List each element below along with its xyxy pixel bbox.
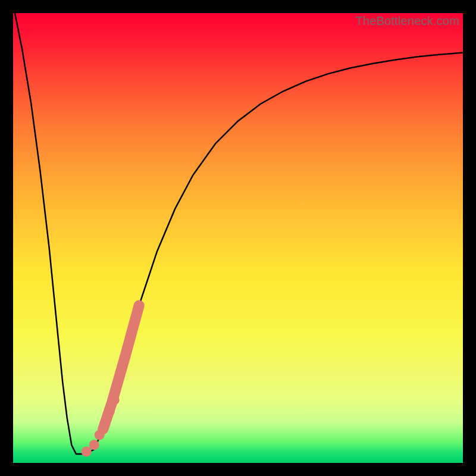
highlight-dot xyxy=(109,395,120,405)
highlight-dot xyxy=(89,440,99,450)
highlight-dot xyxy=(105,406,115,416)
highlight-dot xyxy=(101,418,111,428)
highlight-dot xyxy=(82,447,92,457)
plot-area: TheBottleneck.com xyxy=(13,13,463,463)
chart-frame: TheBottleneck.com xyxy=(0,0,476,476)
highlight-dot xyxy=(95,430,105,440)
bottleneck-curve xyxy=(13,13,463,454)
chart-svg xyxy=(13,13,463,463)
